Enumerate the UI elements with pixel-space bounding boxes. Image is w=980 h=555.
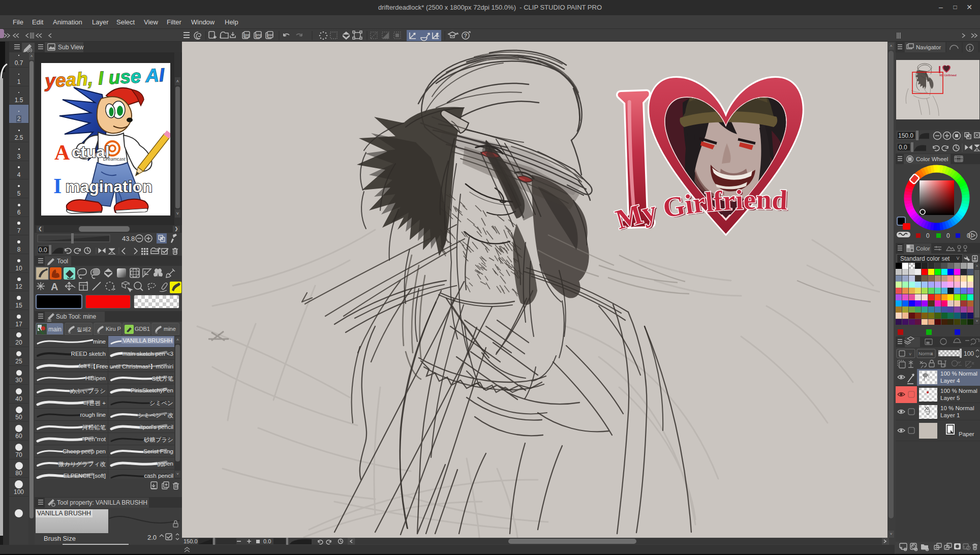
svg-text:Sub View: Sub View <box>58 44 84 51</box>
svg-text:Sub Tool: mine: Sub Tool: mine <box>56 313 96 320</box>
svg-text:˅: ˅ <box>909 352 911 357</box>
svg-text:A: A <box>54 141 70 164</box>
svg-text:150.0: 150.0 <box>183 538 198 544</box>
svg-text:jpg: jpg <box>244 33 250 37</box>
svg-text:psd: psd <box>267 33 273 37</box>
svg-text:I: I <box>53 174 62 198</box>
svg-text:Color Wheel: Color Wheel <box>916 156 948 162</box>
svg-text:0.0: 0.0 <box>39 246 47 254</box>
svg-text:ctual: ctual <box>72 143 110 161</box>
svg-text:png: png <box>256 33 262 37</box>
svg-text:150.0: 150.0 <box>898 132 913 139</box>
svg-text:0: 0 <box>946 232 950 239</box>
svg-text:˅: ˅ <box>930 351 933 356</box>
svg-text:Color: Color <box>916 245 930 252</box>
svg-text:Navigator: Navigator <box>916 44 941 50</box>
svg-text:magination: magination <box>66 177 152 196</box>
svg-text:0.0: 0.0 <box>263 538 271 544</box>
svg-text:My Girlfriend: My Girlfriend <box>939 74 956 77</box>
svg-text:A: A <box>51 281 58 292</box>
svg-text:Tool property: VANILLA BRUSHH: Tool property: VANILLA BRUSHH <box>57 499 147 506</box>
svg-text:0.0: 0.0 <box>899 144 907 151</box>
svg-text:100: 100 <box>964 350 974 357</box>
svg-text:?: ? <box>464 33 468 39</box>
svg-text:Tool: Tool <box>57 258 68 265</box>
svg-text:0: 0 <box>926 232 930 239</box>
svg-text:yeah, I use AI: yeah, I use AI <box>43 65 165 91</box>
svg-text:43.8: 43.8 <box>122 235 135 242</box>
